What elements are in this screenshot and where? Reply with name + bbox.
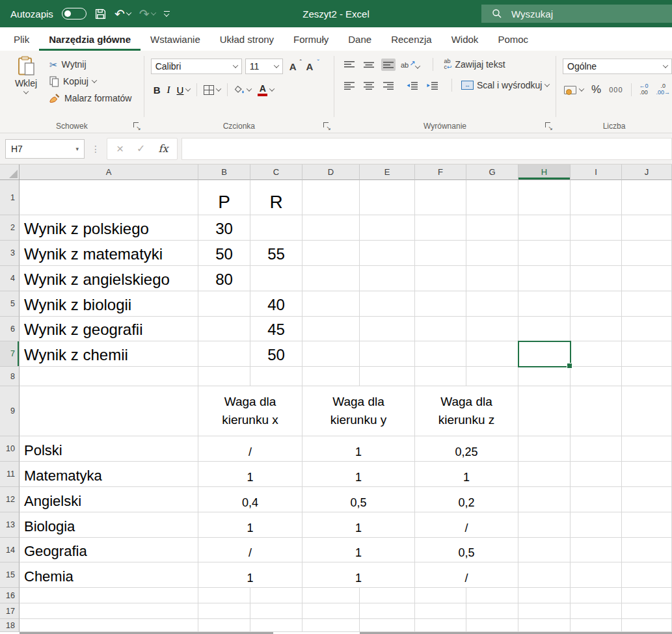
name-box[interactable]: H7 ▾ <box>5 139 85 159</box>
cell-I3[interactable] <box>571 241 622 266</box>
cell-H8[interactable] <box>518 367 571 386</box>
column-header-C[interactable]: C <box>250 165 302 180</box>
cell-J13[interactable] <box>622 512 672 538</box>
row-header-1[interactable]: 1 <box>0 180 20 215</box>
cell-I4[interactable] <box>571 266 622 291</box>
copy-button[interactable]: Kopiuj <box>49 74 131 88</box>
cell-H15[interactable] <box>518 562 571 588</box>
row-header-17[interactable]: 17 <box>0 603 20 619</box>
cell-A7[interactable]: Wynik z chemii <box>20 341 198 367</box>
undo-button[interactable]: ↶ <box>114 8 131 20</box>
cell-E18[interactable] <box>360 619 415 632</box>
cell-H11[interactable] <box>518 462 571 487</box>
align-left-button[interactable] <box>342 79 356 92</box>
cell-I5[interactable] <box>571 291 622 317</box>
redo-button[interactable]: ↷ <box>139 8 155 20</box>
cell-D3[interactable] <box>302 241 360 266</box>
cell-E5[interactable] <box>360 291 415 317</box>
cell-J15[interactable] <box>622 562 672 588</box>
cell-B17[interactable] <box>198 603 250 619</box>
row-header-13[interactable]: 13 <box>0 512 20 538</box>
cell-A8[interactable] <box>20 367 198 386</box>
align-top-button[interactable] <box>342 59 356 71</box>
font-size-combo[interactable]: 11 <box>245 59 283 74</box>
cell-I9[interactable] <box>571 386 622 436</box>
row-header-6[interactable]: 6 <box>0 317 20 341</box>
cell-A5[interactable]: Wynik z biologii <box>20 291 198 317</box>
column-header-H[interactable]: H <box>518 165 571 180</box>
cell-I6[interactable] <box>571 317 622 341</box>
cell-F2[interactable] <box>415 215 466 241</box>
fill-handle[interactable] <box>567 363 572 369</box>
align-center-button[interactable] <box>362 79 376 92</box>
cell-C1[interactable]: R <box>250 180 302 215</box>
cell-J18[interactable] <box>622 619 672 632</box>
row-header-4[interactable]: 4 <box>0 266 20 291</box>
cell-B2[interactable]: 30 <box>198 215 250 241</box>
row-header-8[interactable]: 8 <box>0 367 20 386</box>
cell-D9[interactable]: Waga dla kierunku y <box>302 386 415 436</box>
cell-D7[interactable] <box>302 341 360 367</box>
column-header-E[interactable]: E <box>360 165 415 180</box>
font-dialog-launcher[interactable] <box>323 122 330 129</box>
cell-B13[interactable]: 1 <box>198 512 302 538</box>
cell-F9[interactable]: Waga dla kierunku z <box>415 386 518 436</box>
cell-I17[interactable] <box>571 603 622 619</box>
cell-D4[interactable] <box>302 266 360 291</box>
cell-B4[interactable]: 80 <box>198 266 250 291</box>
tab-wstawianie[interactable]: Wstawianie <box>141 27 210 51</box>
cell-J3[interactable] <box>622 241 672 266</box>
cell-D10[interactable]: 1 <box>302 436 415 462</box>
cell-D12[interactable]: 0,5 <box>302 487 415 512</box>
tab-narzedzia-glowne[interactable]: Narzędzia główne <box>39 27 141 51</box>
cell-B18[interactable] <box>198 619 250 632</box>
cell-C16[interactable] <box>250 588 302 603</box>
cell-G18[interactable] <box>466 619 518 632</box>
number-format-combo[interactable]: Ogólne <box>563 59 672 74</box>
tab-dane[interactable]: Dane <box>338 27 381 51</box>
cell-J6[interactable] <box>622 317 672 341</box>
cell-C2[interactable] <box>250 215 302 241</box>
cell-J1[interactable] <box>622 180 672 215</box>
tab-pomoc[interactable]: Pomoc <box>488 27 538 51</box>
cell-I10[interactable] <box>571 436 622 462</box>
tab-recenzja[interactable]: Recenzja <box>381 27 442 51</box>
cell-A14[interactable]: Geografia <box>20 538 198 562</box>
cell-G2[interactable] <box>466 215 518 241</box>
cut-button[interactable]: ✂ Wytnij <box>49 57 131 72</box>
align-right-button[interactable] <box>381 79 396 92</box>
cell-H16[interactable] <box>518 588 571 603</box>
row-header-14[interactable]: 14 <box>0 538 20 562</box>
cell-A12[interactable]: Angielski <box>20 487 198 512</box>
row-header-11[interactable]: 11 <box>0 462 20 487</box>
cell-I7[interactable] <box>571 341 622 367</box>
cell-F15[interactable]: / <box>415 562 518 588</box>
cell-J8[interactable] <box>622 367 672 386</box>
select-all-corner[interactable] <box>0 165 20 180</box>
cell-D5[interactable] <box>302 291 360 317</box>
row-header-9[interactable]: 9 <box>0 386 20 436</box>
cell-D17[interactable] <box>302 603 360 619</box>
cell-F17[interactable] <box>415 603 466 619</box>
save-button[interactable] <box>95 8 106 20</box>
cell-F12[interactable]: 0,2 <box>415 487 518 512</box>
cell-A17[interactable] <box>20 603 198 619</box>
cell-H18[interactable] <box>518 619 571 632</box>
cell-F4[interactable] <box>415 266 466 291</box>
cell-I11[interactable] <box>571 462 622 487</box>
cell-F11[interactable]: 1 <box>415 462 518 487</box>
decrease-indent-button[interactable] <box>405 79 420 92</box>
cell-F13[interactable]: / <box>415 512 518 538</box>
tab-formuly[interactable]: Formuły <box>284 27 338 51</box>
cell-H4[interactable] <box>518 266 571 291</box>
cell-J7[interactable] <box>622 341 672 367</box>
customize-qat-button[interactable] <box>164 11 170 17</box>
bold-button[interactable]: B <box>154 85 161 96</box>
row-header-10[interactable]: 10 <box>0 436 20 462</box>
cell-H3[interactable] <box>518 241 571 266</box>
fill-color-button[interactable] <box>234 85 251 94</box>
row-header-18[interactable]: 18 <box>0 619 20 632</box>
cell-A6[interactable]: Wynik z geografii <box>20 317 198 341</box>
cell-J17[interactable] <box>622 603 672 619</box>
row-header-15[interactable]: 15 <box>0 562 20 588</box>
